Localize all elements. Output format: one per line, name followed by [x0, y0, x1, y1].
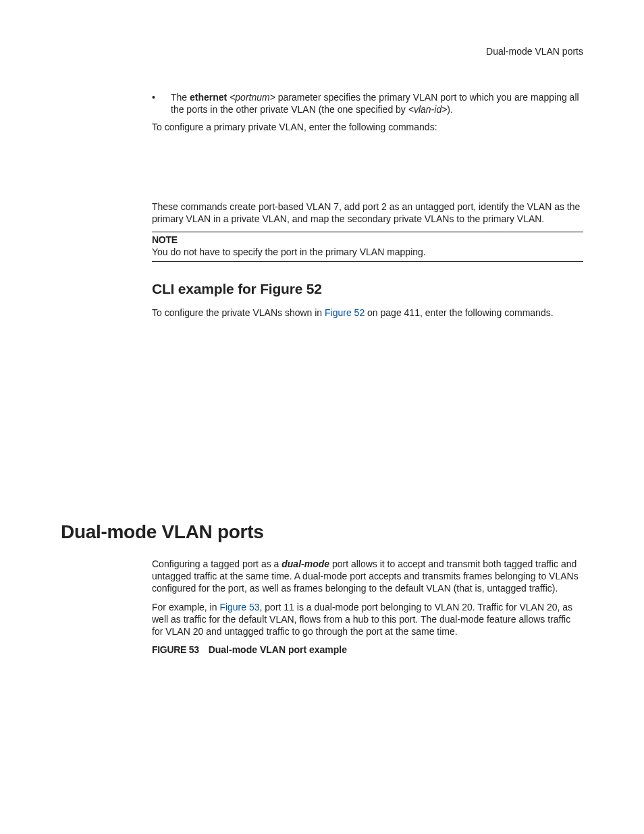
figure-caption: FIGURE 53Dual-mode VLAN port example	[152, 644, 583, 655]
paragraph: To configure the private VLANs shown in …	[152, 307, 583, 319]
page-content: • The ethernet <portnum> parameter speci…	[61, 91, 583, 655]
spacer	[61, 325, 583, 521]
text: To configure the private VLANs shown in	[152, 307, 325, 318]
bullet-marker: •	[152, 91, 171, 115]
param: <portnum>	[230, 92, 275, 103]
paragraph: Configuring a tagged port as a dual-mode…	[152, 558, 583, 594]
text: on page 411, enter the following command…	[365, 307, 553, 318]
param: <vlan-id>	[408, 104, 448, 115]
figure-label: FIGURE 53	[152, 644, 199, 655]
section-heading: CLI example for Figure 52	[152, 281, 583, 297]
note-text: You do not have to specify the port in t…	[152, 246, 583, 258]
term: dual-mode	[281, 558, 329, 569]
text: The	[171, 92, 190, 103]
running-header: Dual-mode VLAN ports	[486, 46, 583, 57]
note-label: NOTE	[152, 234, 583, 245]
chapter-heading: Dual-mode VLAN ports	[61, 521, 583, 543]
keyword: ethernet	[190, 92, 230, 103]
bullet-text: The ethernet <portnum> parameter specifi…	[171, 91, 583, 115]
paragraph: For example, in Figure 53, port 11 is a …	[152, 601, 583, 637]
note-block: NOTE You do not have to specify the port…	[152, 232, 583, 262]
text: ).	[447, 104, 453, 115]
paragraph: To configure a primary private VLAN, ent…	[152, 121, 583, 133]
text: For example, in	[152, 602, 219, 613]
crossref-link[interactable]: Figure 52	[325, 307, 365, 318]
crossref-link[interactable]: Figure 53	[219, 602, 259, 613]
paragraph: These commands create port-based VLAN 7,…	[152, 201, 583, 225]
figure-title: Dual-mode VLAN port example	[209, 644, 347, 655]
text: Configuring a tagged port as a	[152, 558, 281, 569]
bullet-item: • The ethernet <portnum> parameter speci…	[152, 91, 583, 115]
spacer	[61, 140, 583, 201]
